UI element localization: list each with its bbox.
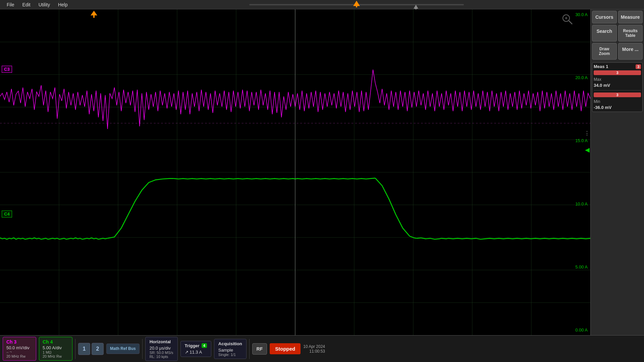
ch4-bw: 20 MHz Rw [43, 354, 69, 358]
meas-divider [594, 90, 641, 90]
meas-title: Meas 1 [594, 64, 608, 69]
scope-display[interactable]: C3 C4 ◀ 30.0 A 20.0 A 15.0 A 10.0 A 5.00… [0, 9, 590, 335]
time-display: 11:00:53 [303, 349, 325, 354]
menu-help[interactable]: Help [54, 1, 72, 8]
acquisition-mode: Sample [218, 348, 242, 353]
results-table-button[interactable]: Results Table [618, 25, 643, 42]
acquisition-title: Acquisition [218, 341, 242, 346]
meas-panel: Meas 1 3 3 Max 34.0 mV 3 Min -36.0 mV [592, 62, 643, 112]
ch4-label-text: C4 [4, 212, 10, 217]
horizontal-info[interactable]: Horizontal 20.0 μs/div SR: 50.0 MS/s RL:… [145, 337, 178, 361]
meas-min-label: Min [594, 98, 641, 104]
rf-button[interactable]: RF [252, 343, 267, 355]
time-position-marker [353, 1, 360, 7]
svg-marker-0 [353, 1, 360, 6]
ch4-status-name: Ch 4 [43, 339, 69, 345]
main-content: C3 C4 ◀ 30.0 A 20.0 A 15.0 A 10.0 A 5.00… [0, 9, 644, 335]
svg-rect-3 [415, 8, 417, 9]
meas-ch-badge: 3 [594, 70, 641, 75]
svg-marker-29 [91, 11, 97, 15]
third-button-row: Draw Zoom More ... [592, 43, 643, 60]
stopped-button[interactable]: Stopped [270, 343, 301, 354]
horizontal-sr: SR: 50.0 MS/s [150, 351, 173, 355]
right-panel: Cursors Measure Search Results Table Dra… [590, 9, 644, 335]
meas-min-value: -36.0 mV [594, 104, 641, 110]
menu-bar: File Edit Utility Help [0, 0, 644, 9]
ch4-impedance: 1 MΩ [43, 350, 69, 354]
ch3-bw: 20 MHz Rw [6, 354, 33, 358]
ch4-label[interactable]: C4 [2, 210, 12, 218]
nav-btn-1[interactable]: 1 [78, 343, 90, 355]
svg-rect-1 [356, 5, 357, 7]
horizontal-title: Horizontal [150, 339, 173, 344]
ch4-status[interactable]: Ch 4 5.00 A/div 1 MΩ 20 MHz Rw [39, 337, 72, 361]
meas-header: Meas 1 3 [594, 64, 641, 69]
cursors-button[interactable]: Cursors [592, 11, 617, 23]
trigger-title: Trigger [185, 343, 200, 348]
ch3-status-name: Ch 3 [6, 339, 33, 345]
datetime-box: 10 Apr 2024 11:00:53 [303, 344, 325, 354]
meas-max-value: 34.0 mV [594, 82, 641, 88]
trigger-info[interactable]: Trigger 4 ↗ 11.3 A [180, 341, 211, 357]
acquisition-info[interactable]: Acquisition Sample Single: 1/1 [214, 339, 247, 359]
options-dots[interactable]: ⋮ [584, 130, 590, 136]
nav-btn-2[interactable]: 2 [92, 343, 104, 355]
ch4-arrow-marker: ◀ [585, 146, 590, 154]
math-ref-bus-button[interactable]: Math Ref Bus [106, 344, 140, 354]
horizontal-rl: RL: 10 kpts [150, 355, 173, 359]
ch3-status[interactable]: Ch 3 50.0 mV/div ⎓ ↷ 20 MHz Rw [3, 337, 36, 361]
trigger-marker [91, 11, 97, 20]
acquisition-single: Single: 1/1 [218, 353, 242, 357]
meas-max-label: Max [594, 76, 641, 82]
second-button-row: Search Results Table [592, 25, 643, 42]
trigger-badge: 4 [202, 343, 207, 348]
svg-rect-30 [93, 15, 95, 18]
measure-button[interactable]: Measure [618, 11, 643, 23]
ch3-label-text: C3 [4, 67, 10, 72]
separator-3 [249, 339, 250, 359]
draw-zoom-button[interactable]: Draw Zoom [592, 43, 617, 60]
search-button[interactable]: Search [592, 25, 617, 42]
status-bar: Ch 3 50.0 mV/div ⎓ ↷ 20 MHz Rw Ch 4 5.00… [0, 335, 644, 362]
waveform-canvas [0, 9, 590, 335]
ch3-label[interactable]: C3 [2, 66, 12, 73]
date-display: 10 Apr 2024 [303, 344, 325, 349]
top-button-row: Cursors Measure [592, 11, 643, 23]
menu-utility[interactable]: Utility [35, 1, 54, 8]
menu-file[interactable]: File [3, 1, 18, 8]
ch3-sub: ⎓ ↷ [6, 350, 33, 354]
nav-buttons: 1 2 [78, 343, 104, 355]
trigger-header: Trigger 4 [185, 343, 207, 348]
menu-edit[interactable]: Edit [18, 1, 35, 8]
trigger-icon-value: ↗ 11.3 A [185, 350, 207, 355]
separator-1 [75, 339, 75, 359]
separator-2 [142, 339, 143, 359]
ch3-scale: 50.0 mV/div [6, 345, 33, 350]
meas-badge: 3 [636, 64, 641, 69]
horizontal-time-div: 20.0 μs/div [150, 346, 173, 351]
more-button[interactable]: More ... [618, 43, 643, 60]
ch4-scale: 5.00 A/div [43, 345, 69, 350]
meas-ch-badge-min: 3 [594, 93, 641, 97]
